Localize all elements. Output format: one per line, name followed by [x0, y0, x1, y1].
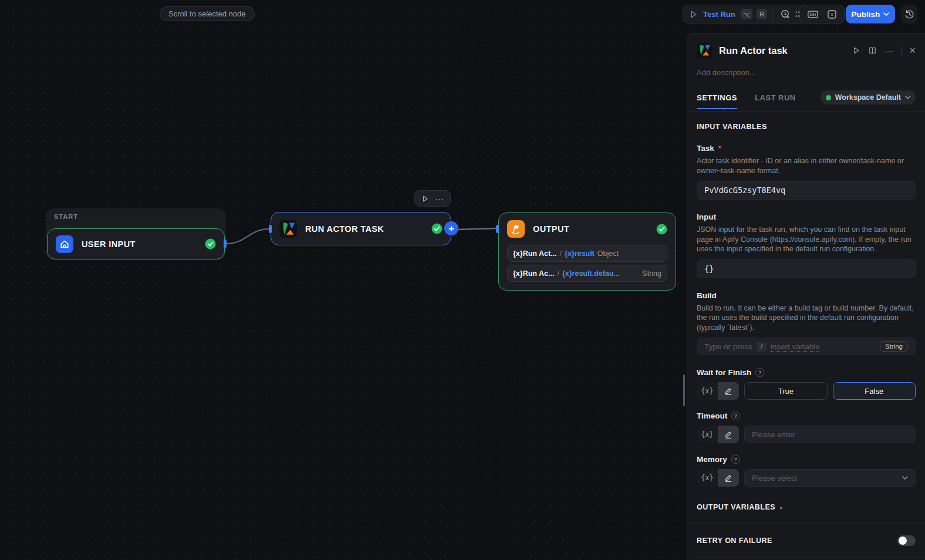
test-run-button[interactable]: Test Run: [703, 10, 735, 19]
panel-actions: ··· ×: [852, 45, 916, 57]
required-asterisk: *: [718, 144, 721, 153]
finish-flag-icon: [507, 220, 525, 238]
variable-separator: /: [560, 249, 562, 258]
edge-userinput-runactor: [227, 229, 269, 244]
history-icon: [904, 9, 914, 19]
output-variables-heading: OUTPUT VARIABLES: [697, 503, 775, 511]
retry-on-failure-row: RETRY ON FAILURE: [697, 524, 916, 558]
version-history-button[interactable]: [901, 5, 917, 23]
publish-button[interactable]: Publish: [846, 5, 895, 23]
input-variables-heading: INPUT VARIABLES: [697, 123, 916, 131]
run-node-icon[interactable]: [421, 195, 429, 203]
output-variable-row[interactable]: {x}Run Act... / {x}result Object: [507, 245, 667, 262]
output-variable-row[interactable]: {x}Run Ac... / {x}result.defau... String: [507, 265, 667, 282]
collapse-arrow-icon: ▸: [780, 504, 783, 511]
node-config-panel: Run Actor task ··· × Add description... …: [687, 33, 925, 560]
wait-true-button[interactable]: True: [744, 382, 828, 400]
panel-scrollbar[interactable]: [683, 375, 685, 406]
key-badge-option: ⌥: [741, 9, 753, 19]
tab-last-run[interactable]: LAST RUN: [755, 93, 796, 102]
input-label: Input: [697, 212, 916, 221]
help-icon[interactable]: ?: [731, 411, 740, 420]
env-variables-icon[interactable]: ENV: [807, 9, 819, 19]
schedule-run-icon[interactable]: [781, 9, 791, 19]
build-placeholder: Type or press: [704, 342, 752, 351]
variables-group: ENV x: [799, 5, 845, 23]
node-more-icon[interactable]: ···: [435, 194, 444, 204]
timeout-label: Timeout ?: [697, 411, 916, 420]
variable-mode-button[interactable]: {x}: [697, 469, 718, 487]
variable-type: Object: [597, 249, 619, 258]
success-check-icon: [431, 223, 443, 234]
more-options-icon[interactable]: ···: [885, 46, 893, 56]
output-port-handle[interactable]: [224, 239, 227, 248]
memory-select[interactable]: Please select: [744, 469, 916, 487]
input-json-field[interactable]: {}: [697, 259, 916, 278]
apify-logo-icon: [697, 43, 712, 58]
timeout-control: {x} Please enter: [697, 426, 916, 443]
workspace-label: Workspace Default: [835, 93, 901, 102]
variable-reference: {x}result: [565, 249, 595, 258]
variable-source: {x}Run Ac...: [513, 269, 554, 278]
conversation-variables-icon[interactable]: x: [827, 9, 837, 19]
close-icon[interactable]: ×: [909, 45, 916, 57]
variable-mode-button[interactable]: {x}: [697, 382, 718, 400]
task-input[interactable]: PvVdGcG5zsyT8E4vq: [697, 181, 916, 200]
divider: [901, 46, 902, 55]
task-label: Task *: [697, 144, 916, 153]
help-icon[interactable]: ?: [731, 455, 740, 464]
slash-key-badge: /: [757, 342, 767, 352]
tabs-bar: SETTINGS LAST RUN Workspace Default: [687, 90, 925, 112]
panel-header: Run Actor task ··· ×: [697, 33, 916, 58]
variable-type: String: [642, 269, 661, 278]
retry-toggle[interactable]: [897, 535, 916, 546]
output-node-header: OUTPUT: [507, 220, 667, 238]
key-badge-r: R: [757, 9, 767, 19]
retry-on-failure-label: RETRY ON FAILURE: [697, 537, 772, 545]
input-description: JSON input for the task run, which you c…: [697, 225, 915, 254]
scroll-to-selected-node-button[interactable]: Scroll to selected node: [160, 6, 255, 21]
toggle-knob: [899, 537, 907, 545]
success-check-icon: [205, 238, 216, 249]
chevron-down-icon: [883, 12, 889, 16]
node-user-input[interactable]: USER INPUT: [47, 228, 225, 259]
description-placeholder[interactable]: Add description...: [697, 68, 916, 77]
input-port-handle[interactable]: [496, 225, 499, 233]
run-controls-group: Test Run ⌥ R: [683, 5, 811, 23]
node-run-actor-task[interactable]: RUN ACTOR TASK: [271, 212, 451, 245]
x-icon-label: x: [831, 12, 833, 17]
chevron-down-icon: [902, 476, 908, 480]
wait-false-button[interactable]: False: [833, 382, 916, 400]
memory-control: {x} Please select: [697, 469, 916, 487]
help-icon[interactable]: ?: [755, 368, 764, 377]
insert-variable-link[interactable]: insert variable: [771, 342, 820, 351]
wait-for-finish-control: {x} True False: [697, 382, 916, 400]
input-port-handle[interactable]: [269, 225, 272, 233]
build-input[interactable]: Type or press / insert variable String: [697, 338, 916, 355]
workspace-status-dot: [826, 95, 831, 100]
node-output[interactable]: OUTPUT {x}Run Act... / {x}result Object …: [498, 212, 676, 291]
edit-mode-button[interactable]: [718, 426, 739, 443]
output-variables-toggle[interactable]: OUTPUT VARIABLES ▸: [697, 503, 916, 511]
timeout-input[interactable]: Please enter: [744, 426, 916, 443]
value-mode-segment: {x}: [697, 382, 739, 400]
workspace-selector[interactable]: Workspace Default: [821, 90, 916, 104]
env-icon-label: ENV: [809, 12, 816, 16]
success-check-icon: [656, 224, 667, 235]
edit-mode-button[interactable]: [718, 382, 739, 400]
tab-settings[interactable]: SETTINGS: [697, 93, 737, 102]
open-docs-icon[interactable]: [868, 46, 877, 55]
panel-title: Run Actor task: [719, 45, 846, 56]
play-icon[interactable]: [689, 10, 698, 19]
divider: [774, 9, 774, 19]
run-step-icon[interactable]: [852, 46, 860, 55]
variable-source: {x}Run Act...: [513, 249, 557, 258]
memory-label: Memory ?: [697, 455, 916, 464]
node-title: USER INPUT: [82, 239, 136, 249]
add-next-node-button[interactable]: +: [444, 221, 458, 235]
variable-mode-button[interactable]: {x}: [697, 426, 718, 443]
top-toolbar: Test Run ⌥ R ENV: [683, 5, 925, 23]
task-description: Actor task identifier - ID or an alias i…: [697, 156, 915, 176]
node-title: RUN ACTOR TASK: [305, 224, 384, 234]
edit-mode-button[interactable]: [718, 469, 739, 487]
